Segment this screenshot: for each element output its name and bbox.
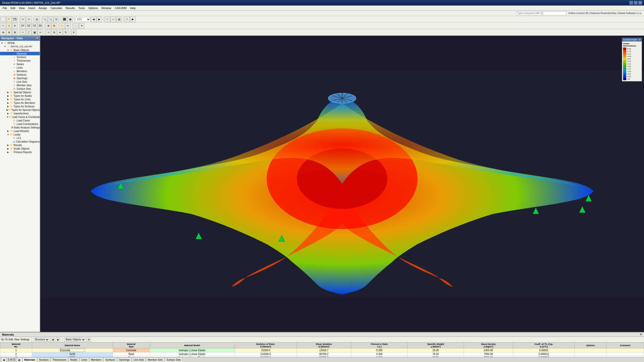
rotate-obj-btn[interactable]: ↻ (63, 30, 68, 35)
tab-line-sets[interactable]: Line Sets (132, 357, 146, 362)
nav-prev-tab[interactable]: ◀ (1, 357, 7, 362)
print-button[interactable]: 🖨 (34, 17, 39, 22)
zoom-all-button[interactable]: ⊡ (54, 17, 59, 22)
tree-item-types-nodes[interactable]: 📁 Types for Nodes (0, 94, 40, 98)
tab-surfaces[interactable]: Surfaces (103, 357, 117, 362)
cell-name-1[interactable] (32, 348, 113, 352)
menu-calculate[interactable]: Calculate (49, 6, 64, 10)
mirror-btn[interactable]: ⇔ (57, 30, 63, 35)
surface-icon-btn[interactable]: ▤ (116, 17, 122, 22)
new-button[interactable]: 📄 (1, 17, 6, 22)
menu-file[interactable]: File (1, 6, 9, 10)
view-yz[interactable]: YZ (32, 23, 37, 29)
tree-item-lc1[interactable]: ⟨⟩ LC1 (0, 136, 40, 140)
tab-members[interactable]: Members (89, 357, 103, 362)
table-row[interactable]: 1 Concrete Isotropic | Linear Elastic 31… (0, 348, 644, 352)
tree-item-members[interactable]: — Members (0, 69, 40, 73)
tab-thicknesses[interactable]: Thicknesses (51, 357, 68, 362)
member-icon-btn[interactable]: — (110, 17, 116, 22)
select-button[interactable]: ↖ (1, 23, 6, 29)
tab-surface-sets[interactable]: Surface Sets (165, 357, 183, 362)
tree-item-lines[interactable]: — Lines (0, 66, 40, 69)
tree-item-rfem[interactable]: 📁 RFEM (0, 41, 40, 45)
tree-item-openings[interactable]: ▣ Openings (0, 76, 40, 80)
snap-node-btn[interactable]: ⊕ (1, 30, 6, 35)
panel-controls[interactable]: ✕ (640, 333, 642, 336)
tab-sections[interactable]: Sections (37, 357, 50, 362)
tree-toggle-imperf[interactable] (7, 112, 10, 115)
tree-toggle-types-members[interactable] (7, 102, 10, 104)
menu-tools[interactable]: Tools (77, 6, 86, 10)
tab-member-sets[interactable]: Member Sets (146, 357, 164, 362)
nav-next-tab[interactable]: ▶ (17, 357, 22, 362)
menu-help[interactable]: Help (129, 6, 137, 10)
redo-button[interactable]: ↪ (26, 17, 31, 22)
copy-btn[interactable]: ⧉ (51, 30, 57, 35)
delete-btn[interactable]: ✕ (71, 30, 76, 35)
display-settings-btn[interactable]: ⚙ (46, 23, 51, 29)
pan-button[interactable]: ✋ (6, 23, 12, 29)
tree-item-materials[interactable]: ▪ Materials (0, 52, 40, 55)
select-all-btn[interactable]: ⬜ (73, 23, 79, 29)
tree-item-load-wizards[interactable]: 📁 Load Wizards (0, 129, 40, 133)
wireframe-button[interactable]: ▦ (67, 17, 73, 22)
menu-options[interactable]: Options (87, 6, 99, 10)
tree-item-surface-sets[interactable]: ▤ Surface Sets (0, 87, 40, 90)
tree-item-printout[interactable]: 📄 Printout Reports (0, 150, 40, 154)
tree-toggle-types-nodes[interactable] (7, 95, 10, 97)
tree-toggle-loads[interactable] (7, 133, 10, 136)
tab-lines[interactable]: Lines (79, 357, 89, 362)
tab-openings[interactable]: Openings (117, 357, 132, 362)
tree-toggle-basic[interactable] (7, 49, 10, 51)
search-input[interactable] (516, 11, 566, 15)
tab-materials[interactable]: Materials (23, 357, 37, 362)
menu-edit[interactable]: Edit (9, 6, 17, 10)
window-controls[interactable]: − □ ✕ (629, 1, 642, 5)
panel-close-btn[interactable]: ✕ (640, 333, 642, 336)
table-row[interactable]: 2 S235 Steel Isotropic | Linear Elastic … (0, 352, 644, 356)
tree-item-line-sets[interactable]: ≡ Line Sets (0, 80, 40, 83)
tree-item-load-comb[interactable]: ⟨⟩ Load Combinations (0, 122, 40, 126)
tree-item-basic-objects[interactable]: 📁 Basic Objects (0, 48, 40, 52)
move-btn[interactable]: ⇢ (46, 30, 51, 35)
tree-item-surfaces[interactable]: ▦ Surfaces (0, 73, 40, 76)
menu-insert[interactable]: Insert (27, 6, 37, 10)
tree-item-sections[interactable]: ▪ Sections (0, 55, 40, 59)
tree-item-types-surfaces[interactable]: 📁 Types for Surfaces (0, 105, 40, 108)
rotate-button[interactable]: ↻ (12, 23, 18, 29)
cp-close[interactable]: ✕ (639, 38, 641, 41)
tree-toggle-types-lines[interactable] (7, 98, 10, 101)
tree-toggle-rfem[interactable] (1, 42, 4, 44)
nav-pin-button[interactable]: 📌 (33, 37, 36, 39)
tree-toggle-guide[interactable] (7, 147, 10, 150)
lc-select[interactable]: LC1 LC2 (75, 17, 91, 22)
filter-btn[interactable]: ⚙ (87, 338, 91, 342)
tree-item-thicknesses[interactable]: ▪ Thicknesses (0, 59, 40, 62)
minimize-button[interactable]: − (629, 1, 633, 5)
tree-item-results[interactable]: 📁 Results (0, 143, 40, 147)
snap-line-btn[interactable]: ⊗ (6, 30, 12, 35)
deselect-btn[interactable]: ✕ (79, 23, 85, 29)
tree-item-load-cases[interactable]: ⟨⟩ Load Cases (0, 119, 40, 122)
render-button[interactable]: ⬛ (62, 17, 67, 22)
viewport[interactable]: Control Panel ✕ Global Deformations 49.8… (40, 36, 644, 332)
tree-item-load-cases-comb[interactable]: 📁 Load Cases & Combinations (0, 115, 40, 119)
tree-item-member-sets[interactable]: ≡ Member Sets (0, 83, 40, 87)
undo-button[interactable]: ↩ (20, 17, 26, 22)
open-button[interactable]: 📂 (6, 17, 12, 22)
annotate-btn[interactable]: ✏ (65, 23, 71, 29)
tree-toggle-lcc[interactable] (7, 116, 9, 118)
menu-results[interactable]: Results (64, 6, 76, 10)
bottom-prev-btn[interactable]: ◀ (50, 338, 55, 342)
check-button[interactable]: ✓ (124, 17, 130, 22)
tab-nodes[interactable]: Nodes (68, 357, 79, 362)
tree-item-file[interactable]: 📄 000709_123_Zeit.rf6* (0, 45, 40, 48)
calculate-button[interactable]: ▶ (130, 17, 136, 22)
tree-item-imperfections[interactable]: 📁 Imperfections (0, 112, 40, 115)
tree-item-nodes[interactable]: ● Nodes (0, 62, 40, 66)
view-xz[interactable]: XZ (26, 23, 31, 29)
save-button[interactable]: 💾 (12, 17, 18, 22)
tree-item-types-members[interactable]: 📁 Types for Members (0, 101, 40, 105)
menu-assign[interactable]: Assign (37, 6, 49, 10)
structure-select[interactable]: Structure (33, 338, 49, 342)
